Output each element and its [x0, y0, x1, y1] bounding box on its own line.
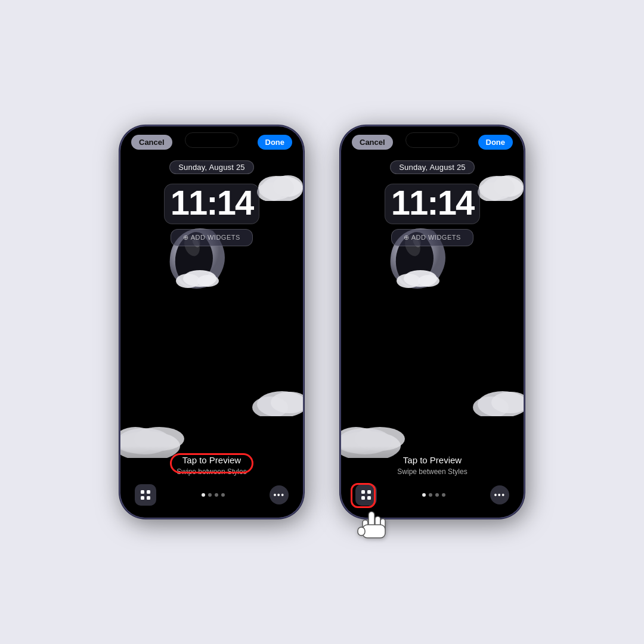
- phone-left-wrapper: Cancel Done Sunday, August 25 11:14 ⊕ A: [119, 125, 304, 519]
- time-area-right: 11:14: [341, 181, 524, 224]
- add-widgets-right[interactable]: ⊕ ADD WIDGETS: [391, 229, 473, 246]
- more-icon-left: •••: [273, 490, 284, 500]
- lock-content-left: Cancel Done Sunday, August 25 11:14 ⊕ A: [120, 126, 303, 518]
- dot-3-left: [215, 493, 218, 497]
- dot-1-right: [422, 493, 426, 497]
- time-area-left: 11:14: [120, 181, 303, 224]
- svg-rect-36: [361, 490, 365, 494]
- grid-icon-svg-right: [361, 490, 371, 500]
- more-button-left[interactable]: •••: [270, 485, 289, 504]
- svg-rect-17: [147, 490, 150, 494]
- bottom-icons-right: •••: [341, 484, 524, 506]
- screen-left: Cancel Done Sunday, August 25 11:14 ⊕ A: [120, 126, 303, 518]
- dot-2-left: [208, 493, 212, 497]
- cancel-button-left[interactable]: Cancel: [131, 135, 172, 150]
- add-widgets-label-left: ⊕ ADD WIDGETS: [183, 234, 240, 242]
- date-pill-right: Sunday, August 25: [390, 160, 475, 174]
- svg-rect-39: [367, 496, 371, 500]
- swipe-styles-left: Swipe between Styles: [177, 467, 246, 476]
- grid-button-right[interactable]: [355, 484, 377, 506]
- cursor-hand: [357, 507, 386, 549]
- tap-preview-left[interactable]: Tap to Preview: [182, 455, 241, 465]
- svg-rect-37: [367, 490, 371, 494]
- lock-content-right: Cancel Done Sunday, August 25 11:14 ⊕ A: [341, 126, 524, 518]
- dynamic-island-right: [405, 132, 459, 148]
- date-pill-left: Sunday, August 25: [169, 160, 254, 174]
- more-icon-right: •••: [494, 490, 505, 500]
- dot-3-right: [435, 493, 439, 497]
- svg-rect-45: [358, 527, 365, 535]
- dot-row-right: [422, 493, 445, 497]
- phone-right-wrapper: Cancel Done Sunday, August 25 11:14 ⊕ A: [340, 125, 525, 519]
- bottom-bar-left: Tap to Preview Swipe between Styles: [120, 446, 303, 518]
- dot-1-left: [202, 493, 205, 497]
- cancel-button-right[interactable]: Cancel: [352, 135, 393, 150]
- tap-preview-right[interactable]: Tap to Preview: [403, 455, 462, 465]
- grid-icon-svg-left: [140, 490, 151, 500]
- svg-rect-16: [141, 490, 144, 494]
- screen-right: Cancel Done Sunday, August 25 11:14 ⊕ A: [341, 126, 524, 518]
- dot-4-right: [442, 493, 445, 497]
- add-widgets-label-right: ⊕ ADD WIDGETS: [404, 234, 461, 242]
- svg-rect-18: [141, 496, 144, 500]
- done-button-left[interactable]: Done: [258, 135, 293, 150]
- more-button-right[interactable]: •••: [490, 485, 509, 504]
- dot-row-left: [202, 493, 225, 497]
- bottom-icons-left: •••: [120, 484, 303, 506]
- grid-button-left[interactable]: [135, 484, 156, 506]
- time-pill-left: 11:14: [164, 184, 259, 224]
- phone-left: Cancel Done Sunday, August 25 11:14 ⊕ A: [119, 125, 304, 519]
- time-pill-right: 11:14: [385, 184, 480, 224]
- dot-2-right: [429, 493, 432, 497]
- widgets-area-left: ⊕ ADD WIDGETS: [120, 229, 303, 246]
- date-area-right: Sunday, August 25: [341, 160, 524, 174]
- svg-rect-38: [361, 496, 365, 500]
- swipe-styles-right: Swipe between Styles: [397, 467, 467, 476]
- widgets-area-right: ⊕ ADD WIDGETS: [341, 229, 524, 246]
- done-button-right[interactable]: Done: [478, 135, 513, 150]
- phone-right: Cancel Done Sunday, August 25 11:14 ⊕ A: [340, 125, 525, 519]
- date-area-left: Sunday, August 25: [120, 160, 303, 174]
- time-display-right: 11:14: [391, 183, 473, 222]
- time-display-left: 11:14: [171, 183, 253, 222]
- svg-rect-44: [363, 525, 385, 538]
- dynamic-island-left: [185, 132, 239, 148]
- hand-cursor-icon: [357, 507, 386, 543]
- svg-rect-19: [147, 496, 150, 500]
- add-widgets-left[interactable]: ⊕ ADD WIDGETS: [171, 229, 253, 246]
- dot-4-left: [221, 493, 225, 497]
